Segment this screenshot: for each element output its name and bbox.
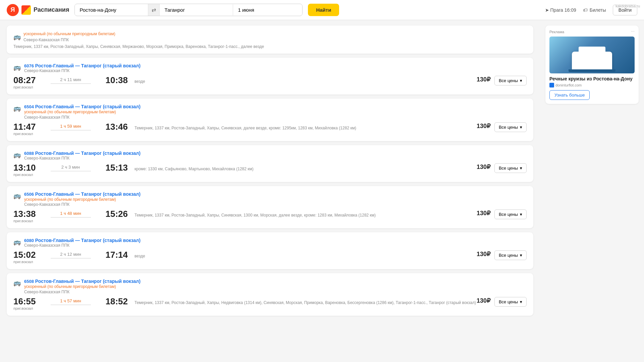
route-body-4: 15:02 приг.вокзал 2 ч 12 мин 17:14 везде	[13, 250, 527, 264]
route-header-2: 🚌 6088 Ростов-Главный — Таганрог (старый…	[13, 150, 527, 161]
price-dropdown-1[interactable]: Все цены ▾	[494, 122, 527, 132]
route-header-4: 🚌 6080 Ростов-Главный — Таганрог (старый…	[13, 238, 527, 248]
depart-col-5: 16:55 приг.вокзал	[13, 297, 36, 310]
duration-line-1	[51, 130, 91, 130]
route-icon-top: 🚌	[13, 33, 21, 41]
price-dropdown-label-5: Все цены	[499, 299, 518, 304]
ad-learn-more-button[interactable]: Узнать больше	[549, 90, 590, 100]
swap-button[interactable]: ⇄	[148, 4, 160, 16]
chevron-down-icon-1: ▾	[520, 125, 522, 130]
arrive-col-2: 15:13	[106, 163, 128, 172]
route-name-3[interactable]: Ростов-Главный — Таганрог (старый вокзал…	[35, 191, 141, 197]
route-operator-3: Северо-Кавказская ППК	[24, 202, 141, 207]
route-number-4[interactable]: 6080	[24, 238, 34, 243]
price-dropdown-label-0: Все цены	[499, 78, 518, 83]
price-dropdown-4[interactable]: Все цены ▾	[494, 250, 527, 260]
price-dropdown-5[interactable]: Все цены ▾	[494, 297, 527, 307]
logo-area: Я Расписания	[7, 4, 69, 16]
route-operator-2: Северо-Кавказская ППК	[24, 156, 141, 161]
route-name-line-0: 6076 Ростов-Главный — Таганрог (старый в…	[24, 63, 141, 68]
depart-col-4: 15:02 приг.вокзал	[13, 250, 36, 264]
duration-area-5: 1 ч 57 мин	[43, 297, 99, 306]
route-body-5: 16:55 приг.вокзал 1 ч 57 мин 18:52 Темер…	[13, 297, 527, 310]
chevron-down-icon-3: ▾	[520, 212, 522, 217]
route-icon-2: 🚌	[13, 151, 21, 159]
duration-area-2: 2 ч 3 мин	[43, 163, 99, 173]
price-2: 130₽	[477, 163, 490, 171]
route-icon-0: 🚌	[13, 64, 21, 71]
time-arrive-1: 13:46	[106, 122, 128, 131]
route-name-1[interactable]: Ростов-Главный — Таганрог (старый вокзал…	[35, 104, 141, 109]
route-info-main-2: 13:10 приг.вокзал 2 ч 3 мин 15:13 кроме:…	[13, 163, 477, 177]
arrive-col-0: 10:38	[106, 76, 128, 84]
app-name: Расписания	[34, 6, 69, 13]
route-card-0: 🚌 6076 Ростов-Главный — Таганрог (старый…	[7, 58, 533, 95]
chevron-down-icon-2: ▾	[520, 166, 522, 171]
ad-title: Речные круизы из Ростова-на-Дону	[549, 76, 635, 81]
time-arrive-0: 10:38	[106, 76, 128, 84]
route-sub-5[interactable]: ускоренный (по обычным пригородным билет…	[24, 284, 141, 290]
time-depart-5: 16:55	[13, 297, 36, 306]
route-number-1[interactable]: 6504	[24, 104, 34, 109]
chevron-down-icon-4: ▾	[520, 253, 522, 258]
duration-line-0	[51, 83, 91, 84]
price-3: 130₽	[477, 209, 490, 217]
route-icon-1: 🚌	[13, 105, 21, 112]
duration-3: 1 ч 48 мин	[60, 211, 81, 216]
price-dropdown-2[interactable]: Все цены ▾	[494, 163, 527, 173]
route-number-3[interactable]: 6506	[24, 192, 34, 197]
ad-label: Реклама	[549, 30, 564, 34]
logo-icon	[21, 5, 31, 15]
ad-header: Реклама ⋯	[549, 29, 635, 34]
route-name-2[interactable]: Ростов-Главный — Таганрог (старый вокзал…	[35, 150, 141, 156]
route-sub-top[interactable]: ускоренный (по обычным пригородным билет…	[23, 32, 115, 36]
route-name-4[interactable]: Ростов-Главный — Таганрог (старый вокзал…	[35, 238, 141, 243]
routes-content: 🚌 ускоренный (по обычным пригородным бил…	[0, 20, 540, 325]
route-number-5[interactable]: 6508	[24, 279, 34, 284]
route-operator-0: Северо-Кавказская ППК	[24, 68, 141, 73]
duration-1: 1 ч 59 мин	[60, 124, 81, 129]
ad-image	[549, 37, 635, 73]
route-number-2[interactable]: 6088	[24, 151, 34, 156]
duration-0: 2 ч 11 мин	[60, 77, 81, 82]
ad-source: doninturflot.com	[549, 83, 635, 87]
price-4: 130₽	[477, 250, 490, 258]
price-1: 130₽	[477, 122, 490, 130]
location-time: 16:09	[565, 7, 576, 13]
route-operator-5: Северо-Кавказская ППК	[24, 290, 141, 294]
time-depart-0: 08:27	[13, 76, 36, 84]
depart-sub-4: приг.вокзал	[13, 260, 33, 264]
duration-area-1: 1 ч 59 мин	[43, 122, 99, 132]
price-area-4: 130₽ Все цены ▾	[477, 250, 527, 260]
location-city: Прага	[550, 7, 563, 13]
price-dropdown-3[interactable]: Все цены ▾	[494, 209, 527, 219]
route-sub-1[interactable]: ускоренный (по обычным пригородным билет…	[24, 109, 141, 115]
tickets-link[interactable]: 🏷 Билеты	[583, 7, 606, 13]
price-dropdown-0[interactable]: Все цены ▾	[494, 76, 527, 85]
route-card-top: 🚌 ускоренный (по обычным пригородным бил…	[7, 25, 533, 54]
sidebar: Реклама ⋯ Речные круизы из Ростова-на-До…	[540, 20, 644, 325]
route-body-3: 13:38 приг.вокзал 1 ч 48 мин 15:26 Темер…	[13, 209, 527, 223]
route-stops-3: Темерник, 1337 км, Ростов-Западный, Хапр…	[135, 212, 477, 218]
duration-4: 2 ч 12 мин	[60, 252, 81, 257]
depart-col-3: 13:38 приг.вокзал	[13, 209, 36, 223]
route-number-0[interactable]: 6076	[24, 63, 34, 68]
route-sub-3[interactable]: ускоренный (по обычным пригородным билет…	[24, 197, 141, 202]
routes-list: 🚌 6076 Ростов-Главный — Таганрог (старый…	[7, 58, 533, 316]
header: Я Расписания ⇄ ⊞ Найти ➤ Прага 16:09 🏷 Б…	[0, 0, 644, 20]
search-from-input[interactable]	[75, 4, 148, 15]
ad-menu-icon: ⋯	[631, 29, 635, 34]
route-name-5[interactable]: Ростов-Главный — Таганрог (старый вокзал…	[35, 279, 141, 284]
find-button[interactable]: Найти	[308, 4, 339, 16]
price-dropdown-label-3: Все цены	[499, 212, 518, 217]
route-name-line-3: 6506 Ростов-Главный — Таганрог (старый в…	[24, 191, 141, 197]
ad-source-text: doninturflot.com	[555, 83, 582, 87]
duration-5: 1 ч 57 мин	[60, 298, 81, 303]
route-info-main-3: 13:38 приг.вокзал 1 ч 48 мин 15:26 Темер…	[13, 209, 477, 223]
route-name-0[interactable]: Ростов-Главный — Таганрог (старый вокзал…	[35, 63, 141, 68]
depart-sub-0: приг.вокзал	[13, 85, 33, 89]
duration-area-3: 1 ч 48 мин	[43, 209, 99, 219]
search-to-input[interactable]	[160, 4, 233, 15]
chevron-down-icon-0: ▾	[520, 78, 522, 83]
search-date-input[interactable]	[233, 4, 303, 15]
